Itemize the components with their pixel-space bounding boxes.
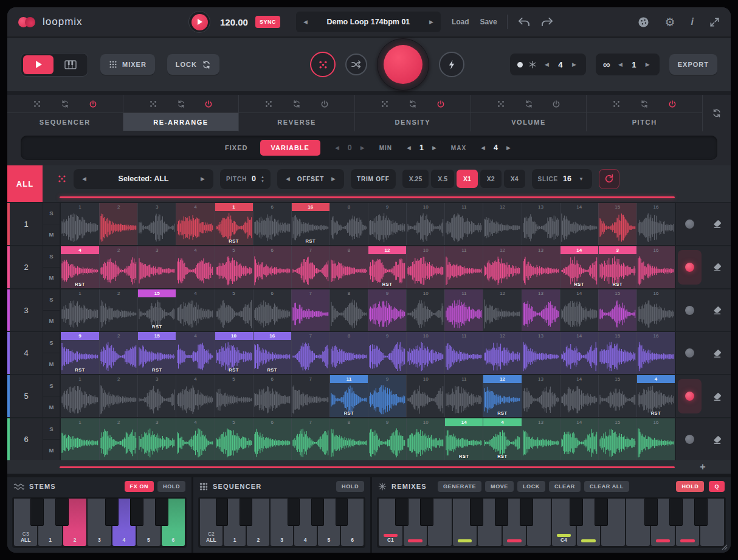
all-rows-button[interactable]: ALL: [7, 165, 43, 202]
big-remix-trigger-button[interactable]: [377, 38, 429, 91]
lock-button[interactable]: LOCK: [167, 54, 219, 75]
slice-cell[interactable]: 11: [444, 289, 483, 331]
offset-prev-button[interactable]: ◀: [283, 173, 292, 184]
tab-label[interactable]: RE-ARRANGE: [123, 113, 239, 131]
loop-count-next-button[interactable]: ▶: [643, 59, 652, 70]
piano-black-key[interactable]: [311, 499, 323, 526]
fx-on-button[interactable]: FX ON: [125, 481, 154, 492]
tab-power-icon[interactable]: [320, 100, 329, 108]
tab-dice-icon[interactable]: [264, 100, 273, 108]
loop-count-prev-button[interactable]: ◀: [616, 59, 625, 70]
bpm-display[interactable]: 120.00: [220, 17, 248, 27]
solo-button[interactable]: S: [43, 289, 60, 310]
pitch-stepper[interactable]: ▲ ▼: [261, 175, 264, 183]
slice-cell[interactable]: 3RST: [598, 246, 636, 288]
piano-black-key[interactable]: [595, 499, 607, 526]
variable-mode-button[interactable]: VARIABLE: [260, 140, 320, 156]
undo-button[interactable]: [517, 17, 530, 27]
load-button[interactable]: Load: [452, 18, 469, 26]
slice-cell[interactable]: 7: [291, 418, 329, 460]
solo-button[interactable]: S: [43, 246, 60, 267]
tab-power-icon[interactable]: [436, 100, 445, 108]
row-lock-ball-button[interactable]: [678, 293, 702, 328]
piano-black-key[interactable]: [570, 499, 582, 526]
tab-power-icon[interactable]: [552, 100, 560, 108]
slice-cell[interactable]: 7: [291, 375, 329, 417]
multiplier-x1-button[interactable]: X1: [457, 170, 478, 188]
piano-black-key[interactable]: [644, 499, 657, 526]
row-erase-button[interactable]: [705, 422, 729, 457]
tab-label[interactable]: VOLUME: [471, 113, 587, 131]
slice-cell[interactable]: 6: [253, 375, 291, 417]
slice-cell[interactable]: 4: [176, 375, 214, 417]
slice-cell[interactable]: 2: [99, 332, 137, 374]
piano-black-key[interactable]: [470, 499, 483, 526]
tab-sync-icon[interactable]: [292, 100, 301, 108]
quantize-button[interactable]: Q: [709, 481, 725, 492]
slice-cell[interactable]: 2: [99, 246, 137, 288]
dice-randomize-button[interactable]: [310, 52, 336, 77]
slice-cell[interactable]: 16: [636, 289, 675, 331]
row-erase-button[interactable]: [705, 207, 729, 241]
save-button[interactable]: Save: [480, 18, 497, 26]
slice-cell[interactable]: 2: [99, 289, 137, 331]
tab-sync-icon[interactable]: [525, 100, 533, 108]
remixes-generate-button[interactable]: GENERATE: [438, 481, 481, 492]
variation-prev-button[interactable]: ◀: [542, 59, 551, 70]
fixed-value-next-button[interactable]: ▶: [358, 142, 367, 153]
slice-cell[interactable]: 12: [483, 246, 521, 288]
slice-cell[interactable]: 6: [253, 203, 291, 245]
piano-black-key[interactable]: [669, 499, 682, 526]
tab-dice-icon[interactable]: [612, 100, 621, 108]
tab-volume[interactable]: VOLUME: [471, 95, 587, 131]
shuffle-button[interactable]: [345, 54, 367, 75]
row-number-button[interactable]: 1: [10, 203, 43, 245]
slice-cell[interactable]: 3: [137, 418, 176, 460]
min-next-button[interactable]: ▶: [430, 142, 439, 153]
slice-cell[interactable]: 4: [176, 332, 214, 374]
selected-prev-button[interactable]: ◀: [80, 173, 89, 184]
slice-cell[interactable]: 16RST: [253, 332, 291, 374]
piano-black-key[interactable]: [55, 499, 68, 526]
piano-black-key[interactable]: [155, 499, 168, 526]
slice-cell[interactable]: 10RST: [215, 332, 253, 374]
tab-dice-icon[interactable]: [497, 100, 505, 108]
multiplier-x4-button[interactable]: X4: [504, 170, 525, 188]
slice-cell[interactable]: 11: [444, 203, 483, 245]
slice-cell[interactable]: 6: [253, 418, 291, 460]
settings-gear-button[interactable]: ⚙: [665, 16, 675, 28]
slice-cell[interactable]: 7: [291, 246, 329, 288]
slice-cell[interactable]: 3: [137, 375, 176, 417]
slice-cell[interactable]: 10: [406, 418, 444, 460]
tab-power-icon[interactable]: [668, 100, 677, 108]
slice-cell[interactable]: 14RST: [444, 418, 483, 460]
slice-cell[interactable]: 8: [329, 332, 368, 374]
slice-cell[interactable]: 13: [522, 375, 560, 417]
slice-cell[interactable]: 9RST: [61, 332, 99, 374]
slice-cell[interactable]: 11RST: [329, 375, 368, 417]
row-erase-button[interactable]: [705, 293, 729, 328]
slice-cell[interactable]: 16: [636, 203, 675, 245]
solo-button[interactable]: S: [43, 203, 60, 224]
tab-power-icon[interactable]: [204, 100, 213, 108]
sequencer-hold-button[interactable]: HOLD: [336, 481, 364, 492]
slice-cell[interactable]: 16: [636, 332, 675, 374]
min-prev-button[interactable]: ◀: [404, 142, 413, 153]
slice-cell[interactable]: 12: [483, 289, 521, 331]
mute-button[interactable]: M: [43, 224, 60, 245]
fixed-value-prev-button[interactable]: ◀: [333, 142, 342, 153]
tab-label[interactable]: SEQUENCER: [7, 113, 123, 131]
multiplier-x2-button[interactable]: X2: [480, 170, 502, 188]
slice-cell[interactable]: 4: [176, 246, 214, 288]
tab-sync-icon[interactable]: [640, 100, 649, 108]
slice-cell[interactable]: 1: [61, 375, 99, 417]
slice-cell[interactable]: 13: [522, 418, 560, 460]
tab-reverse[interactable]: REVERSE: [239, 95, 355, 131]
info-button[interactable]: i: [691, 16, 694, 27]
slice-cell[interactable]: 9: [368, 418, 406, 460]
mixer-button[interactable]: MIXER: [100, 54, 155, 75]
slice-cell[interactable]: 14: [560, 418, 598, 460]
slice-cell[interactable]: 14: [560, 203, 598, 245]
slice-cell[interactable]: 1RST: [215, 203, 253, 245]
loop-view-button[interactable]: [23, 55, 53, 74]
